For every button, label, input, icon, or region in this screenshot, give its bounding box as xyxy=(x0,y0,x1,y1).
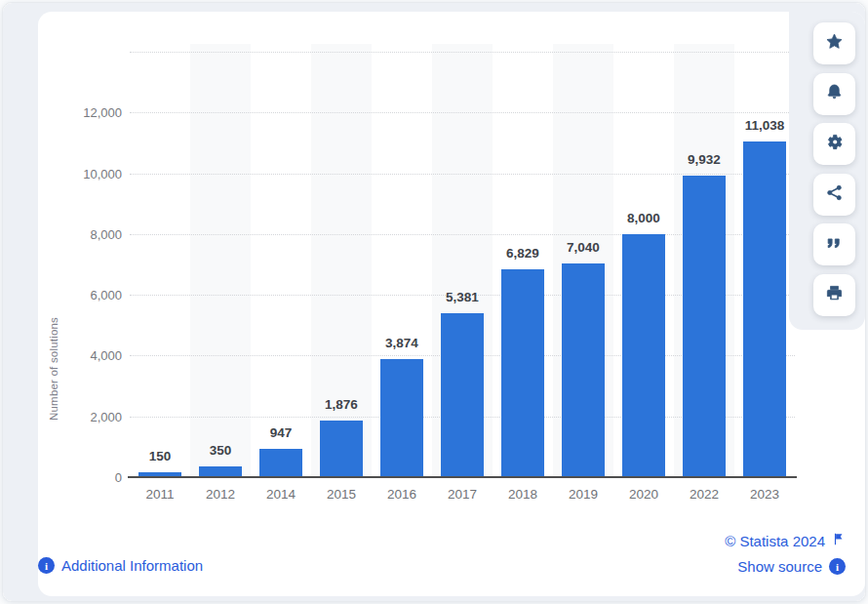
bar-value-label: 1,876 xyxy=(302,397,380,412)
bar-2020[interactable] xyxy=(622,234,665,477)
quote-icon xyxy=(825,233,844,256)
bar-value-label: 350 xyxy=(181,443,259,458)
share-icon xyxy=(825,183,844,206)
additional-information-label: Additional Information xyxy=(61,557,203,574)
gridline xyxy=(130,174,795,175)
print-button[interactable] xyxy=(813,274,855,316)
bar-value-label: 3,874 xyxy=(363,336,441,350)
widget-background: 02,0004,0006,0008,00010,00012,0001502011… xyxy=(3,3,865,601)
x-axis-tick-label: 2011 xyxy=(131,487,189,502)
gridline xyxy=(130,112,795,113)
copyright-label: © Statista 2024 xyxy=(725,533,825,549)
statista-widget-page: 02,0004,0006,0008,00010,00012,0001502011… xyxy=(0,0,868,604)
bell-icon xyxy=(825,83,844,105)
chart-card: 02,0004,0006,0008,00010,00012,0001502011… xyxy=(38,12,865,596)
x-axis-tick-label: 2012 xyxy=(191,487,250,502)
bar-2017[interactable] xyxy=(441,313,484,477)
x-axis-tick-label: 2015 xyxy=(312,487,371,502)
bar-2023[interactable] xyxy=(743,141,786,477)
x-axis-tick-label: 2017 xyxy=(433,487,492,502)
bar-value-label: 5,381 xyxy=(423,290,501,304)
x-axis-tick-label: 2023 xyxy=(735,487,794,502)
bar-2019[interactable] xyxy=(562,263,605,477)
y-axis-title: Number of solutions xyxy=(48,262,75,476)
x-axis-line xyxy=(128,476,797,478)
y-axis-tick-label: 8,000 xyxy=(54,226,122,241)
bar-value-label: 947 xyxy=(242,425,320,440)
x-axis-tick-label: 2016 xyxy=(373,487,431,502)
gear-icon xyxy=(825,133,844,155)
show-source-label: Show source xyxy=(737,558,822,575)
x-axis-tick-label: 2019 xyxy=(554,487,612,502)
plot-band xyxy=(190,44,251,477)
x-axis-tick-label: 2020 xyxy=(614,487,673,502)
bar-2018[interactable] xyxy=(501,269,544,477)
bar-2015[interactable] xyxy=(320,421,363,477)
share-button[interactable] xyxy=(813,174,855,216)
bar-2016[interactable] xyxy=(380,359,423,477)
bar-value-label: 8,000 xyxy=(605,211,683,225)
bar-2014[interactable] xyxy=(259,449,302,477)
statista-copyright-link[interactable]: © Statista 2024 xyxy=(725,532,846,549)
bar-value-label: 9,932 xyxy=(665,152,743,167)
x-axis-tick-label: 2014 xyxy=(252,487,310,502)
info-icon: i xyxy=(38,557,55,574)
show-source-link[interactable]: Show source i xyxy=(737,558,846,575)
x-axis-tick-label: 2022 xyxy=(675,487,733,502)
cite-button[interactable] xyxy=(813,223,855,265)
info-icon: i xyxy=(829,558,846,575)
printer-icon xyxy=(825,284,844,306)
statista-widget: 02,0004,0006,0008,00010,00012,0001502011… xyxy=(2,2,866,602)
flag-icon xyxy=(832,532,846,549)
star-icon xyxy=(825,32,844,55)
settings-button[interactable] xyxy=(813,123,855,165)
favorite-button[interactable] xyxy=(813,22,855,64)
additional-information-link[interactable]: i Additional Information xyxy=(38,557,203,574)
alerts-button[interactable] xyxy=(813,73,855,115)
y-axis-tick-label: 12,000 xyxy=(54,105,122,120)
bar-value-label: 7,040 xyxy=(544,240,622,255)
plot-band xyxy=(311,44,372,477)
bar-2022[interactable] xyxy=(683,176,726,477)
x-axis-tick-label: 2018 xyxy=(493,487,552,502)
y-axis-tick-label: 10,000 xyxy=(54,166,122,181)
gridline xyxy=(130,52,795,53)
